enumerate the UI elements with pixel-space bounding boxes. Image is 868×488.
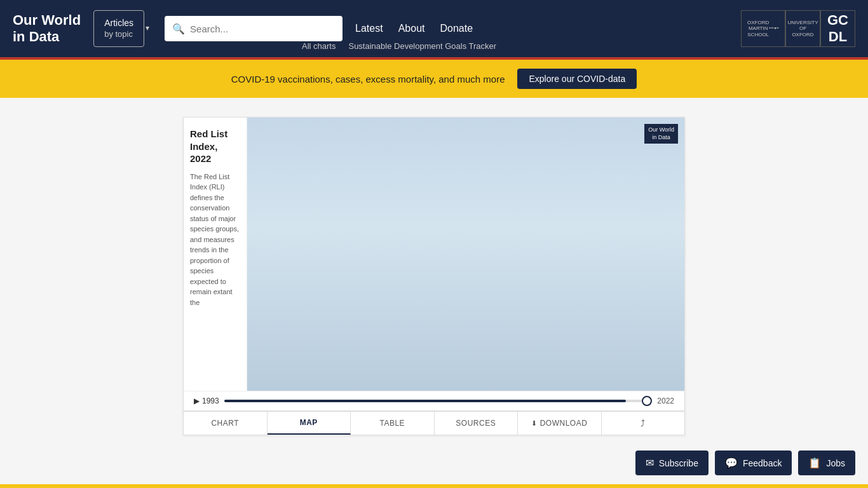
feedback-label: Feedback: [743, 458, 782, 468]
map-visualization: [247, 118, 684, 391]
search-box: 🔍: [165, 16, 342, 41]
chart-area: Our World in Data: [247, 118, 684, 391]
jobs-label: Jobs: [826, 458, 845, 468]
articles-sub-label: by topic: [104, 29, 133, 40]
nav-donate[interactable]: Donate: [440, 23, 473, 34]
tab-map[interactable]: MAP: [268, 411, 351, 435]
timeline-track[interactable]: [224, 400, 647, 402]
tab-download[interactable]: ⬇ DOWNLOAD: [518, 411, 602, 435]
sub-links: All charts Sustainable Development Goals…: [302, 41, 496, 51]
nav-about[interactable]: About: [398, 23, 425, 34]
sdg-tracker-link[interactable]: Sustainable Development Goals Tracker: [348, 41, 496, 51]
jobs-button[interactable]: 📋 Jobs: [798, 451, 855, 475]
subscribe-icon: ✉: [646, 457, 654, 469]
timeline-start-label: 1993: [202, 396, 219, 405]
chart-sidebar: Red List Index, 2022 The Red List Index …: [184, 118, 247, 391]
site-logo[interactable]: Our World in Data: [13, 12, 81, 46]
tab-share[interactable]: ⤴: [602, 411, 685, 435]
covid-banner: COVID-19 vaccinations, cases, excess mor…: [0, 60, 868, 98]
main-content: Red List Index, 2022 The Red List Index …: [0, 98, 868, 454]
footer-buttons: ✉ Subscribe 💬 Feedback 📋 Jobs: [635, 451, 855, 475]
search-icon: 🔍: [172, 23, 185, 35]
timeline-play-button[interactable]: ▶ 1993: [194, 396, 219, 405]
oxford-martin-logo: OXFORDMARTINSCHOOL━━●━: [741, 10, 785, 47]
timeline-fill: [224, 400, 626, 402]
covid-explore-button[interactable]: Explore our COVID-data: [517, 69, 637, 89]
logo-line1: Our World: [13, 12, 81, 28]
chart-tabs: CHART MAP TABLE SOURCES ⬇ DOWNLOAD ⤴: [184, 410, 684, 435]
navbar: Our World in Data Articles by topic 🔍 La…: [0, 0, 868, 57]
owid-badge-line1: Our World: [648, 126, 674, 133]
feedback-button[interactable]: 💬 Feedback: [715, 451, 792, 475]
gcdl-logo: GCDL: [820, 10, 855, 47]
articles-by-topic-button[interactable]: Articles by topic: [93, 10, 144, 46]
articles-btn-wrap: Articles by topic: [93, 10, 154, 46]
chart-card: Red List Index, 2022 The Red List Index …: [183, 117, 685, 435]
covid-message: COVID-19 vaccinations, cases, excess mor…: [231, 74, 505, 85]
chart-title: Red List Index, 2022: [190, 128, 240, 165]
search-input[interactable]: [190, 24, 335, 34]
subscribe-label: Subscribe: [659, 458, 698, 468]
owid-badge: Our World in Data: [644, 124, 678, 144]
download-label: DOWNLOAD: [540, 419, 588, 428]
tab-table[interactable]: TABLE: [351, 411, 435, 435]
yellow-bottom-bar: [0, 484, 868, 488]
chart-description: The Red List Index (RLI) defines the con…: [190, 172, 240, 308]
timeline-end-label: 2022: [652, 396, 674, 405]
timeline-handle[interactable]: [642, 396, 652, 406]
owid-badge-line2: in Data: [652, 134, 670, 140]
subscribe-button[interactable]: ✉ Subscribe: [635, 451, 709, 475]
jobs-icon: 📋: [808, 457, 821, 469]
share-icon: ⤴: [641, 418, 646, 428]
nav-links: Latest About Donate: [355, 23, 473, 34]
feedback-icon: 💬: [725, 457, 738, 469]
articles-label: Articles: [104, 17, 133, 29]
all-charts-link[interactable]: All charts: [302, 41, 336, 51]
chart-inner: Red List Index, 2022 The Red List Index …: [184, 118, 684, 391]
download-icon: ⬇: [531, 419, 538, 428]
partner-logos: OXFORDMARTINSCHOOL━━●━ UNIVERSITYOFOXFOR…: [741, 10, 855, 47]
tab-sources[interactable]: SOURCES: [435, 411, 519, 435]
oxford-uni-logo: UNIVERSITYOFOXFORD: [785, 10, 820, 47]
tab-chart[interactable]: CHART: [184, 411, 268, 435]
nav-latest[interactable]: Latest: [355, 23, 383, 34]
timeline-bar: ▶ 1993 2022: [184, 391, 684, 410]
logo-line2: in Data: [13, 29, 59, 44]
